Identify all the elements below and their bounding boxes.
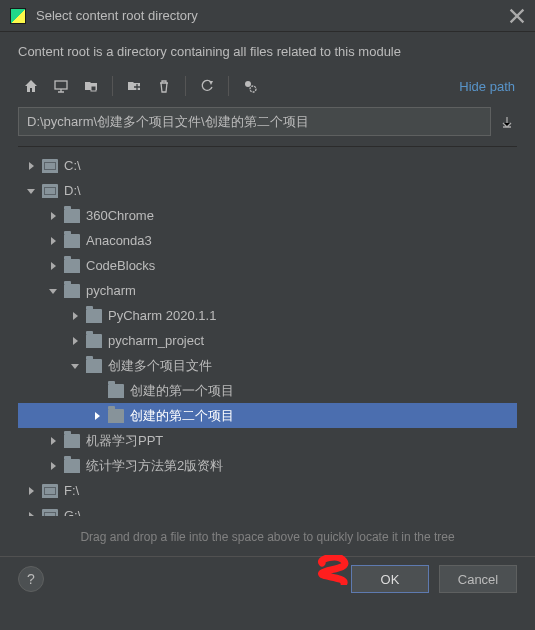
- chevron-right-icon[interactable]: [24, 484, 38, 498]
- tree-node[interactable]: G:\: [18, 503, 517, 516]
- folder-icon: [108, 409, 124, 423]
- tree-node-label: G:\: [64, 508, 81, 516]
- chevron-down-icon[interactable]: [46, 284, 60, 298]
- desktop-icon[interactable]: [48, 73, 74, 99]
- folder-icon: [86, 309, 102, 323]
- tree-node[interactable]: D:\: [18, 178, 517, 203]
- chevron-down-icon[interactable]: [68, 359, 82, 373]
- chevron-right-icon[interactable]: [46, 434, 60, 448]
- tree-node[interactable]: C:\: [18, 153, 517, 178]
- tree-node-label: pycharm_project: [108, 333, 204, 348]
- tree-node-label: CodeBlocks: [86, 258, 155, 273]
- folder-icon: [108, 384, 124, 398]
- folder-icon: [64, 209, 80, 223]
- tree-node[interactable]: F:\: [18, 478, 517, 503]
- drop-hint: Drag and drop a file into the space abov…: [0, 516, 535, 552]
- drive-icon: [42, 184, 58, 198]
- svg-rect-1: [91, 86, 96, 91]
- folder-icon: [64, 234, 80, 248]
- chevron-right-icon[interactable]: [68, 309, 82, 323]
- refresh-icon[interactable]: [194, 73, 220, 99]
- folder-icon: [64, 284, 80, 298]
- home-icon[interactable]: [18, 73, 44, 99]
- tree-node[interactable]: 统计学习方法第2版资料: [18, 453, 517, 478]
- chevron-right-icon[interactable]: [46, 234, 60, 248]
- directory-tree[interactable]: C:\D:\360ChromeAnaconda3CodeBlockspychar…: [18, 146, 517, 516]
- chevron-down-icon[interactable]: [24, 184, 38, 198]
- dialog-footer: ? OK Cancel: [0, 556, 535, 607]
- drive-icon: [42, 484, 58, 498]
- tree-node-label: 360Chrome: [86, 208, 154, 223]
- tree-node-label: C:\: [64, 158, 81, 173]
- tree-node-label: 机器学习PPT: [86, 432, 163, 450]
- folder-icon: [64, 459, 80, 473]
- chevron-right-icon[interactable]: [24, 509, 38, 517]
- tree-node-label: PyCharm 2020.1.1: [108, 308, 216, 323]
- toolbar-separator: [112, 76, 113, 96]
- pycharm-logo-icon: [10, 8, 26, 24]
- window-subtitle: Content root is a directory containing a…: [0, 32, 535, 69]
- toolbar: Hide path: [0, 69, 535, 107]
- tree-node[interactable]: 创建的第一个项目: [18, 378, 517, 403]
- close-icon[interactable]: [509, 8, 525, 24]
- tree-node[interactable]: pycharm: [18, 278, 517, 303]
- new-folder-icon[interactable]: [121, 73, 147, 99]
- tree-node[interactable]: 创建的第二个项目: [18, 403, 517, 428]
- toolbar-separator: [228, 76, 229, 96]
- tree-node-label: D:\: [64, 183, 81, 198]
- show-hidden-icon[interactable]: [237, 73, 263, 99]
- tree-node-label: pycharm: [86, 283, 136, 298]
- toolbar-separator: [185, 76, 186, 96]
- drive-icon: [42, 159, 58, 173]
- tree-node[interactable]: Anaconda3: [18, 228, 517, 253]
- chevron-right-icon[interactable]: [24, 159, 38, 173]
- tree-node-label: 创建的第二个项目: [130, 407, 234, 425]
- chevron-right-icon[interactable]: [90, 409, 104, 423]
- tree-node-label: 创建多个项目文件: [108, 357, 212, 375]
- history-dropdown-icon[interactable]: [497, 112, 517, 132]
- project-icon[interactable]: [78, 73, 104, 99]
- cancel-button[interactable]: Cancel: [439, 565, 517, 593]
- tree-node-label: Anaconda3: [86, 233, 152, 248]
- delete-icon[interactable]: [151, 73, 177, 99]
- folder-icon: [86, 334, 102, 348]
- folder-icon: [64, 434, 80, 448]
- tree-node[interactable]: 创建多个项目文件: [18, 353, 517, 378]
- tree-node-label: 创建的第一个项目: [130, 382, 234, 400]
- chevron-right-icon[interactable]: [46, 459, 60, 473]
- tree-node[interactable]: PyCharm 2020.1.1: [18, 303, 517, 328]
- folder-icon: [64, 259, 80, 273]
- tree-node-label: F:\: [64, 483, 79, 498]
- tree-node[interactable]: CodeBlocks: [18, 253, 517, 278]
- svg-point-2: [245, 81, 251, 87]
- tree-node[interactable]: pycharm_project: [18, 328, 517, 353]
- svg-rect-0: [55, 81, 67, 89]
- tree-node[interactable]: 360Chrome: [18, 203, 517, 228]
- help-button[interactable]: ?: [18, 566, 44, 592]
- title-bar: Select content root directory: [0, 0, 535, 32]
- folder-icon: [86, 359, 102, 373]
- window-title: Select content root directory: [36, 8, 509, 23]
- ok-button[interactable]: OK: [351, 565, 429, 593]
- tree-node[interactable]: 机器学习PPT: [18, 428, 517, 453]
- svg-point-3: [250, 86, 256, 92]
- chevron-right-icon[interactable]: [46, 209, 60, 223]
- path-row: [18, 107, 517, 136]
- tree-node-label: 统计学习方法第2版资料: [86, 457, 223, 475]
- chevron-right-icon[interactable]: [46, 259, 60, 273]
- drive-icon: [42, 509, 58, 517]
- hide-path-link[interactable]: Hide path: [459, 79, 515, 94]
- chevron-right-icon[interactable]: [68, 334, 82, 348]
- path-input[interactable]: [18, 107, 491, 136]
